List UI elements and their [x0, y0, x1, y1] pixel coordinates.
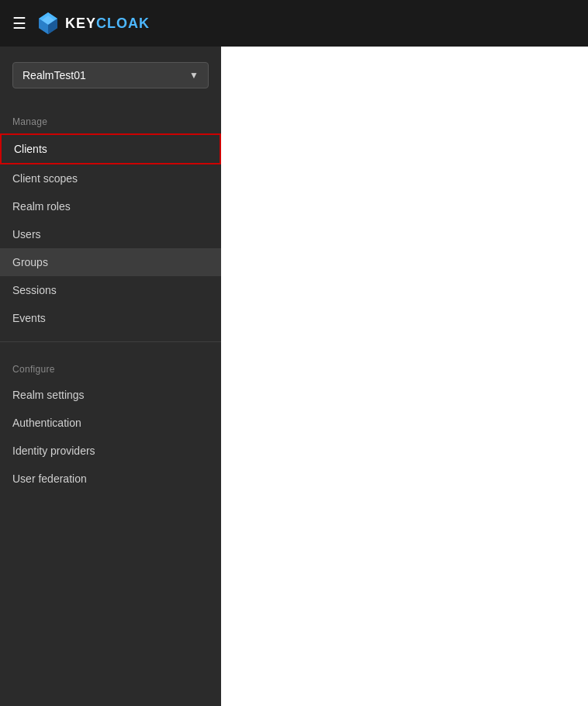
- sidebar-item-label: Groups: [12, 256, 48, 268]
- logo: KEYCLOAK: [36, 11, 150, 36]
- sidebar-item-user-federation[interactable]: User federation: [0, 465, 221, 493]
- sidebar-item-users[interactable]: Users: [0, 220, 221, 248]
- sidebar-item-label: Realm roles: [12, 200, 71, 213]
- sidebar-item-label: Sessions: [12, 284, 57, 296]
- hamburger-icon[interactable]: ☰: [12, 16, 26, 31]
- sidebar-item-identity-providers[interactable]: Identity providers: [0, 437, 221, 465]
- sidebar: RealmTest01 ▼ Manage Clients Client scop…: [0, 47, 221, 706]
- sidebar-item-clients[interactable]: Clients: [0, 133, 221, 164]
- sidebar-item-sessions[interactable]: Sessions: [0, 276, 221, 304]
- chevron-down-icon: ▼: [189, 70, 199, 81]
- sidebar-item-authentication[interactable]: Authentication: [0, 409, 221, 437]
- sidebar-item-groups[interactable]: Groups: [0, 248, 221, 276]
- sidebar-item-label: Users: [12, 228, 41, 241]
- sidebar-item-label: Events: [12, 312, 46, 324]
- logo-icon: [36, 11, 61, 36]
- realm-dropdown[interactable]: RealmTest01 ▼: [12, 62, 209, 88]
- logo-text: KEYCLOAK: [65, 16, 150, 32]
- sidebar-item-label: User federation: [12, 472, 87, 485]
- realm-selector-container: RealmTest01 ▼: [12, 62, 209, 88]
- sidebar-divider: [0, 341, 221, 342]
- main-layout: RealmTest01 ▼ Manage Clients Client scop…: [0, 47, 588, 706]
- sidebar-item-label: Client scopes: [12, 172, 78, 185]
- sidebar-item-label: Authentication: [12, 417, 81, 429]
- sidebar-item-client-scopes[interactable]: Client scopes: [0, 164, 221, 192]
- manage-section-label: Manage: [0, 104, 221, 133]
- topbar: ☰ KEYCLOAK: [0, 0, 588, 47]
- sidebar-item-label: Identity providers: [12, 445, 95, 457]
- sidebar-item-label: Clients: [14, 143, 47, 155]
- realm-dropdown-value: RealmTest01: [22, 69, 86, 81]
- sidebar-item-events[interactable]: Events: [0, 304, 221, 332]
- sidebar-item-realm-roles[interactable]: Realm roles: [0, 192, 221, 220]
- sidebar-item-realm-settings[interactable]: Realm settings: [0, 381, 221, 409]
- main-content: [221, 47, 588, 706]
- configure-section-label: Configure: [0, 351, 221, 381]
- sidebar-item-label: Realm settings: [12, 389, 85, 401]
